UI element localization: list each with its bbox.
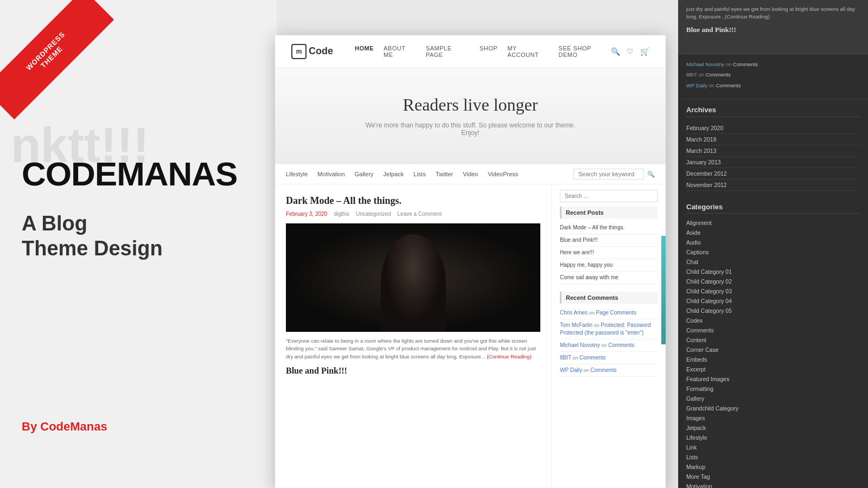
archive-item[interactable]: March 2013	[686, 145, 860, 157]
nav-icons: 🔍 ♡ 🛒	[611, 47, 649, 56]
right-comment-post[interactable]: Comments	[733, 61, 758, 67]
sec-nav-jetpack[interactable]: Jetpack	[383, 171, 404, 177]
category-item[interactable]: Motivation	[686, 481, 860, 488]
archive-item[interactable]: January 2013	[686, 157, 860, 168]
right-comments-section: Michael Novotny on Comments 8BIT on Comm…	[678, 54, 868, 99]
comment-author[interactable]: 8BIT	[560, 355, 571, 361]
image-figure	[381, 234, 446, 332]
category-item[interactable]: Featured Images	[686, 374, 860, 384]
category-item[interactable]: Formatting	[686, 384, 860, 394]
right-comment-item: Michael Novotny on Comments	[686, 61, 860, 68]
archive-item[interactable]: December 2012	[686, 168, 860, 179]
post-category[interactable]: Uncategorized	[356, 211, 391, 217]
right-comment-post[interactable]: Comments	[716, 82, 741, 88]
read-more-link[interactable]: (Continue Reading)	[487, 354, 531, 359]
category-item[interactable]: Content	[686, 335, 860, 345]
category-item[interactable]: Markup	[686, 462, 860, 472]
categories-list: Alignment Aside Audio Captions Chat Chil…	[686, 218, 860, 488]
nav-demo[interactable]: SEE SHOP DEMO	[559, 45, 611, 58]
category-item[interactable]: Aside	[686, 228, 860, 237]
categories-section: Categories Alignment Aside Audio Caption…	[678, 197, 868, 488]
category-item[interactable]: Link	[686, 442, 860, 452]
sec-nav-videopress[interactable]: VideoPress	[488, 171, 518, 177]
comment-post[interactable]: Page Comments	[596, 310, 636, 316]
recent-post-item[interactable]: Here we are!!!	[560, 247, 658, 259]
comment-on: on	[589, 310, 596, 316]
sec-nav-motivation[interactable]: Motivation	[317, 171, 344, 177]
post-date: February 3, 2020	[286, 211, 327, 217]
right-comment-author[interactable]: 8BIT	[686, 72, 697, 78]
post-comment-link[interactable]: Leave a Comment	[398, 211, 442, 217]
category-item[interactable]: Child Category 05	[686, 306, 860, 316]
nav-account[interactable]: MY ACCOUNT	[507, 45, 548, 58]
category-item[interactable]: Lists	[686, 452, 860, 462]
category-item[interactable]: Chat	[686, 257, 860, 267]
comment-post[interactable]: Comments	[590, 367, 616, 373]
comment-author[interactable]: Tom McFarlin	[560, 322, 592, 328]
category-item[interactable]: Child Category 03	[686, 286, 860, 296]
logo-box: m	[291, 44, 307, 59]
comment-on: on	[594, 323, 601, 328]
right-comment-item: WP Daily on Comments	[686, 82, 860, 89]
nav-about[interactable]: ABOUT ME	[384, 45, 416, 58]
category-item[interactable]: Gallery	[686, 394, 860, 403]
category-item[interactable]: Excerpt	[686, 364, 860, 374]
category-item[interactable]: Jetpack	[686, 423, 860, 433]
nav-home[interactable]: HOME	[355, 45, 374, 58]
recent-post-item[interactable]: Come sail away with me	[560, 272, 658, 284]
category-item[interactable]: Embeds	[686, 355, 860, 364]
category-item[interactable]: Images	[686, 413, 860, 423]
comment-on: on	[602, 343, 609, 348]
sec-nav-twitter[interactable]: Twitter	[436, 171, 453, 177]
comment-author[interactable]: Michael Novotny	[560, 342, 600, 348]
sec-nav-search: 🔍	[573, 169, 655, 179]
right-blue-pink-title: Blue and Pink!!!	[686, 24, 860, 35]
recent-post-item[interactable]: Blue and Pink!!!	[560, 234, 658, 247]
comment-post[interactable]: Comments	[608, 342, 634, 348]
category-item[interactable]: Grandchild Category	[686, 403, 860, 413]
heart-icon[interactable]: ♡	[627, 47, 634, 56]
nav-sample[interactable]: SAMPLE PAGE	[426, 45, 470, 58]
archive-item[interactable]: February 2020	[686, 123, 860, 134]
comment-post[interactable]: Comments	[579, 355, 605, 361]
sec-nav-gallery[interactable]: Gallery	[355, 171, 374, 177]
recent-comments-title: Recent Comments	[560, 292, 658, 304]
category-item[interactable]: Child Category 02	[686, 277, 860, 286]
archive-item[interactable]: March 2019	[686, 134, 860, 145]
promo-subtitle: A Blog Theme Design	[22, 211, 163, 261]
right-comment-author[interactable]: Michael Novotny	[686, 61, 724, 67]
recent-post-item[interactable]: Happy me, happy you	[560, 259, 658, 272]
comment-author[interactable]: Chris Ames	[560, 310, 588, 316]
category-item[interactable]: Child Category 01	[686, 267, 860, 277]
category-item[interactable]: Alignment	[686, 218, 860, 228]
category-item[interactable]: Captions	[686, 247, 860, 257]
sec-nav-lists[interactable]: Lists	[413, 171, 426, 177]
archive-item[interactable]: November 2012	[686, 179, 860, 191]
category-item[interactable]: Corner Case	[686, 345, 860, 355]
category-item[interactable]: Audio	[686, 237, 860, 247]
right-comment-on: on	[726, 61, 733, 67]
recent-comments-list: Chris Ames on Page Comments Tom McFarlin…	[560, 307, 658, 377]
secondary-search-input[interactable]	[573, 169, 644, 179]
right-comment-author[interactable]: WP Daily	[686, 82, 707, 88]
sec-nav-lifestyle[interactable]: Lifestyle	[286, 171, 308, 177]
secondary-search-icon[interactable]: 🔍	[647, 171, 655, 178]
category-item[interactable]: Comments	[686, 325, 860, 335]
hero-subtitle: We're more than happy to do this stuff. …	[362, 121, 579, 137]
right-comment-post[interactable]: Comments	[706, 72, 731, 78]
category-item[interactable]: Lifestyle	[686, 433, 860, 442]
category-item[interactable]: More Tag	[686, 472, 860, 481]
recent-post-item[interactable]: Dark Mode – All the things.	[560, 222, 658, 234]
sidebar-search-input[interactable]	[560, 190, 658, 202]
post2-title[interactable]: Blue and Pink!!!	[286, 366, 540, 376]
right-comment-item: 8BIT on Comments	[686, 71, 860, 78]
left-panel: WORDPRESS THEME nktt!!! CODEMANAS A Blog…	[0, 0, 277, 488]
category-item[interactable]: Child Category 04	[686, 296, 860, 306]
sec-nav-video[interactable]: Video	[463, 171, 478, 177]
comment-author[interactable]: WP Daily	[560, 367, 582, 373]
recent-comments-widget: Recent Comments Chris Ames on Page Comme…	[560, 292, 658, 377]
category-item[interactable]: Codex	[686, 316, 860, 325]
cart-icon[interactable]: 🛒	[640, 47, 649, 56]
nav-shop[interactable]: SHOP	[480, 45, 497, 58]
search-icon[interactable]: 🔍	[611, 47, 620, 56]
